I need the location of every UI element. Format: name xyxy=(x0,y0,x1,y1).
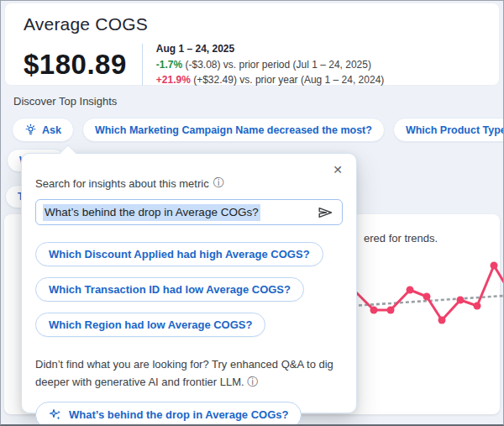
suggestion-discount-applied[interactable]: Which Discount Applied had high Average … xyxy=(35,242,323,266)
info-icon[interactable]: ⓘ xyxy=(213,176,224,191)
year-change-text: (+$32.49) vs. prior year (Aug 1 – 24, 20… xyxy=(191,74,384,86)
suggestion-region[interactable]: Which Region had low Average COGS? xyxy=(35,313,265,337)
send-icon[interactable] xyxy=(318,206,333,219)
metric-value: $180.89 xyxy=(24,49,127,81)
change-vs-prior-year: +21.9% (+$32.49) vs. prior year (Aug 1 –… xyxy=(156,72,385,88)
year-change-pct: +21.9% xyxy=(156,74,191,86)
insight-chip-row: Ask Which Marketing Campaign Name decrea… xyxy=(12,118,504,142)
enhanced-qa-button-label: What’s behind the drop in Average COGs? xyxy=(69,408,288,421)
enhanced-qa-hint-text: Didn’t find what you are looking for? Tr… xyxy=(35,358,333,388)
period-change-pct: -1.7% xyxy=(156,59,182,71)
chip-label: Which Marketing Campaign Name decreased … xyxy=(95,124,372,136)
trends-chart xyxy=(353,250,504,364)
ask-button[interactable]: Ask xyxy=(12,118,74,142)
change-vs-prior-period: -1.7% (-$3.08) vs. prior period (Jul 1 –… xyxy=(156,57,385,73)
idea-bulb-icon xyxy=(24,124,37,136)
enhanced-qa-hint: Didn’t find what you are looking for? Tr… xyxy=(35,356,343,392)
sparkle-icon xyxy=(49,408,62,422)
page-title: Average COGS xyxy=(24,14,499,34)
suggestion-transaction-id[interactable]: Which Transaction ID had low Average COG… xyxy=(35,277,304,302)
date-range: Aug 1 – 24, 2025 xyxy=(156,41,385,57)
popup-caret xyxy=(60,145,76,161)
close-icon[interactable]: ✕ xyxy=(333,164,343,176)
search-input-value[interactable]: What’s behind the drop in Average COGs? xyxy=(43,204,260,221)
period-change-text: (-$3.08) vs. prior period (Jul 1 – 24, 2… xyxy=(182,59,371,71)
info-icon[interactable]: ⓘ xyxy=(247,376,258,388)
metric-header-card: Average COGS $180.89 Aug 1 – 24, 2025 -1… xyxy=(4,3,500,86)
enhanced-qa-button[interactable]: What’s behind the drop in Average COGs? xyxy=(35,402,302,426)
trends-anomaly-text: ered for trends. xyxy=(364,232,438,245)
vertical-divider xyxy=(142,44,143,86)
ask-button-label: Ask xyxy=(42,124,61,136)
search-label: Search for insights about this metric xyxy=(35,177,209,190)
ask-insights-popup: ✕ Search for insights about this metric … xyxy=(21,153,357,413)
insights-section-label: Discover Top Insights xyxy=(13,95,117,108)
insight-search-input[interactable]: What’s behind the drop in Average COGs? xyxy=(35,199,343,225)
insight-chip-marketing-campaign[interactable]: Which Marketing Campaign Name decreased … xyxy=(82,118,385,142)
chip-label: Which Product Type decreased the most? xyxy=(406,124,504,136)
insight-chip-product-type[interactable]: Which Product Type decreased the most? xyxy=(393,118,504,142)
